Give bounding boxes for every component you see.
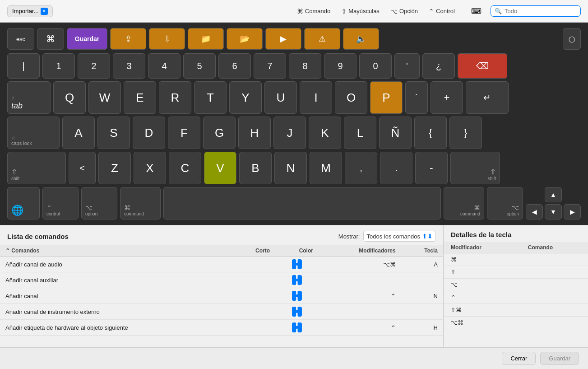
color-button[interactable]: ⬆⬇ <box>292 259 302 269</box>
key-open-brace[interactable]: { <box>414 117 447 149</box>
color-button[interactable]: ⬆⬇ <box>292 322 302 332</box>
key-command-left[interactable]: ⌘ command <box>120 187 161 220</box>
key-x[interactable]: X <box>134 152 166 184</box>
key-cmd-fn[interactable]: ⌘ <box>37 28 64 50</box>
key-v[interactable]: V <box>204 152 236 184</box>
key-apostrophe[interactable]: ' <box>394 53 420 79</box>
close-button[interactable]: Cerrar <box>502 352 536 365</box>
key-shift-left[interactable]: ⇧ shift <box>7 152 66 184</box>
key-arrow-left[interactable]: ◀ <box>526 204 543 220</box>
key-r[interactable]: R <box>159 81 191 114</box>
key-6[interactable]: 6 <box>218 53 251 79</box>
key-option-left[interactable]: ⌥ option <box>81 187 117 220</box>
import-button[interactable]: Importar... ▾ <box>7 5 53 17</box>
key-command-right[interactable]: ⌘ command <box>444 187 484 220</box>
table-row[interactable]: Añadir etiqueta de hardware al objeto si… <box>0 320 443 336</box>
key-9[interactable]: 9 <box>324 53 357 79</box>
key-fn-4[interactable]: 📂 <box>227 28 263 50</box>
key-f[interactable]: F <box>168 117 200 149</box>
key-l[interactable]: L <box>344 117 376 149</box>
col-shortcut: Corto <box>231 245 275 257</box>
key-u[interactable]: U <box>264 81 297 114</box>
table-row[interactable]: Añadir canal de audio ⬆⬇ ⌥⌘ A <box>0 257 443 272</box>
search-input[interactable] <box>505 8 580 14</box>
key-n[interactable]: N <box>274 152 307 184</box>
key-m[interactable]: M <box>310 152 342 184</box>
key-c[interactable]: C <box>169 152 201 184</box>
key-arrow-down[interactable]: ▼ <box>545 204 562 220</box>
keyboard-icon-button[interactable]: ⌨ <box>468 5 485 17</box>
modifier-comando[interactable]: ⌘ Comando <box>293 6 334 17</box>
key-fn-5[interactable]: ▶ <box>265 28 301 50</box>
key-backspace[interactable]: ⌫ <box>458 53 507 79</box>
key-fn-7[interactable]: 🔈 <box>343 28 379 50</box>
key-tab[interactable]: ? tab <box>7 81 51 114</box>
key-plus[interactable]: + <box>431 81 463 114</box>
key-y[interactable]: Y <box>229 81 262 114</box>
save-button[interactable]: Guardar <box>540 352 579 365</box>
key-shift-right[interactable]: ⇧ shift <box>450 152 500 184</box>
key-globe[interactable]: 🌐 <box>7 187 40 220</box>
key-question[interactable]: ¿ <box>422 53 455 79</box>
key-b[interactable]: B <box>239 152 272 184</box>
key-i[interactable]: I <box>300 81 332 114</box>
key-n-tilde[interactable]: Ñ <box>379 117 412 149</box>
key-q[interactable]: Q <box>53 81 86 114</box>
key-accent[interactable]: ´ <box>405 81 428 114</box>
key-fn-6[interactable]: ⚠ <box>304 28 340 50</box>
key-7[interactable]: 7 <box>254 53 286 79</box>
key-fn-2[interactable]: ⇩ <box>149 28 185 50</box>
table-row[interactable]: Añadir canal ⬆⬇ ⌃ N <box>0 288 443 304</box>
key-g[interactable]: G <box>203 117 236 149</box>
key-8[interactable]: 8 <box>289 53 321 79</box>
key-comma[interactable]: , <box>345 152 377 184</box>
key-pipe[interactable]: | <box>7 53 40 79</box>
key-option-right[interactable]: ⌥ option <box>487 187 523 220</box>
modifier-mayusculas[interactable]: ⇧ Mayúsculas <box>338 6 383 17</box>
key-arrow-up[interactable]: ▲ <box>545 187 562 202</box>
key-esc[interactable]: esc <box>7 28 34 50</box>
modifier-buttons: ⌘ Comando ⇧ Mayúsculas ⌥ Opción ⌃ Contro… <box>293 6 458 17</box>
color-button[interactable]: ⬆⬇ <box>292 275 302 285</box>
key-o[interactable]: O <box>335 81 367 114</box>
key-h[interactable]: H <box>238 117 271 149</box>
key-j[interactable]: J <box>273 117 306 149</box>
key-period[interactable]: . <box>380 152 412 184</box>
key-k[interactable]: K <box>309 117 341 149</box>
key-close-brace[interactable]: } <box>449 117 482 149</box>
key-caps-lock[interactable]: ☆ caps lock <box>7 117 60 149</box>
key-fn-1[interactable]: ⇪ <box>110 28 146 50</box>
modifier-control[interactable]: ⌃ Control <box>425 6 458 17</box>
table-row[interactable]: Añadir canal auxiliar ⬆⬇ <box>0 272 443 288</box>
color-button[interactable]: ⬆⬇ <box>292 307 302 317</box>
key-w[interactable]: W <box>88 81 121 114</box>
key-arrow-right[interactable]: ▶ <box>564 204 581 220</box>
key-z[interactable]: Z <box>98 152 131 184</box>
key-s[interactable]: S <box>97 117 130 149</box>
modifier-opcion[interactable]: ⌥ Opción <box>387 6 421 17</box>
key-0[interactable]: 0 <box>359 53 392 79</box>
key-enter[interactable]: ↵ <box>466 81 509 114</box>
import-label: Importar... <box>12 8 39 14</box>
key-d[interactable]: D <box>133 117 165 149</box>
key-fn-3[interactable]: 📁 <box>188 28 224 50</box>
key-2[interactable]: 2 <box>78 53 110 79</box>
key-5[interactable]: 5 <box>183 53 216 79</box>
detail-command <box>521 279 588 291</box>
color-button[interactable]: ⬆⬇ <box>292 291 302 301</box>
key-3[interactable]: 3 <box>113 53 145 79</box>
key-fn-circle[interactable]: ◯ <box>563 28 581 50</box>
key-1[interactable]: 1 <box>42 53 75 79</box>
key-space[interactable] <box>163 187 441 220</box>
key-e[interactable]: E <box>124 81 156 114</box>
key-p[interactable]: P <box>370 81 403 114</box>
key-a[interactable]: A <box>62 117 95 149</box>
key-4[interactable]: 4 <box>148 53 181 79</box>
key-t[interactable]: T <box>194 81 227 114</box>
show-select-dropdown[interactable]: Todos los comandos ⬆⬇ <box>363 231 436 242</box>
table-row[interactable]: Añadir canal de instrumento externo ⬆⬇ <box>0 304 443 320</box>
key-angle[interactable]: < <box>69 152 96 184</box>
key-control[interactable]: ⌃ control <box>42 187 79 220</box>
key-minus[interactable]: - <box>415 152 448 184</box>
key-guardar[interactable]: Guardar <box>67 28 107 50</box>
